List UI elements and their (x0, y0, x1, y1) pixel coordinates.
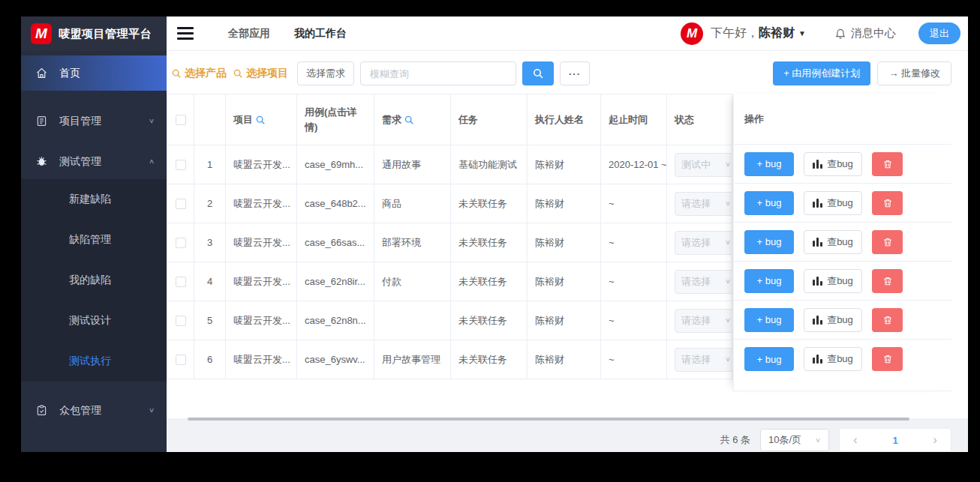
delete-button[interactable] (872, 230, 903, 254)
search-icon[interactable] (255, 115, 266, 125)
message-center-link[interactable]: 消息中心 (834, 26, 896, 40)
view-bug-button[interactable]: 查bug (804, 269, 862, 293)
sidebar-item-home[interactable]: 首页 (21, 55, 167, 91)
view-bug-button[interactable]: 查bug (804, 347, 862, 371)
username[interactable]: 陈裕财 (759, 26, 795, 39)
sidebar-item-project-mgmt[interactable]: 项目管理 ∨ (21, 103, 167, 139)
select-all-checkbox[interactable] (176, 115, 186, 125)
row-checkbox[interactable] (176, 355, 186, 365)
view-bug-button[interactable]: 查bug (804, 191, 862, 215)
search-button[interactable] (522, 61, 554, 85)
select-product-link[interactable]: 选择产品 (171, 67, 227, 80)
bar-chart-icon (813, 355, 822, 364)
status-select[interactable]: 请选择 ∨ (675, 192, 732, 216)
row-index: 5 (194, 301, 226, 340)
operations-row: + bug 查bug (734, 301, 951, 340)
cell-project[interactable]: 唛盟云开发... (226, 184, 297, 223)
submenu-item-defect-mgmt[interactable]: 缺陷管理 (21, 220, 167, 260)
cell-usecase[interactable]: case_66sas... (297, 223, 374, 262)
status-select[interactable]: 请选择 ∨ (675, 231, 732, 255)
chevron-down-icon: ∨ (725, 199, 731, 207)
cell-usecase[interactable]: case_648b2... (297, 184, 374, 223)
fuzzy-search-input[interactable] (360, 61, 516, 85)
delete-button[interactable] (872, 269, 903, 293)
avatar[interactable]: M (681, 22, 703, 45)
cell-project[interactable]: 唛盟云开发... (226, 340, 297, 379)
tab-my-workbench[interactable]: 我的工作台 (294, 27, 347, 40)
tab-all-apps[interactable]: 全部应用 (228, 27, 270, 40)
cell-task: 未关联任务 (451, 184, 528, 223)
add-bug-button[interactable]: + bug (744, 308, 794, 332)
next-page-button[interactable]: › (933, 433, 937, 448)
cell-task: 未关联任务 (451, 301, 528, 340)
row-checkbox[interactable] (176, 199, 186, 209)
submenu-item-test-execution[interactable]: 测试执行 (21, 341, 167, 382)
row-checkbox[interactable] (176, 238, 186, 248)
view-bug-button[interactable]: 查bug (804, 230, 862, 254)
row-checkbox[interactable] (176, 160, 186, 170)
bar-chart-icon (813, 277, 822, 286)
view-bug-button[interactable]: 查bug (804, 152, 862, 176)
cell-usecase[interactable]: case_69mh... (297, 145, 374, 184)
cell-project[interactable]: 唛盟云开发... (226, 223, 297, 262)
cell-time: ~ (601, 340, 667, 379)
cell-usecase[interactable]: case_62n8ir... (297, 262, 374, 301)
cell-project[interactable]: 唛盟云开发... (226, 145, 297, 184)
page-size-select[interactable]: 10条/页 ∨ (760, 429, 829, 451)
logout-button[interactable]: 退出 (918, 22, 960, 44)
status-select[interactable]: 测试中 ∨ (675, 153, 732, 177)
operations-row: + bug 查bug (734, 262, 951, 301)
pagination-bar: 共 6 条 10条/页 ∨ ‹ 1 › (720, 428, 951, 452)
cell-project[interactable]: 唛盟云开发... (226, 301, 297, 340)
select-demand-button[interactable]: 选择需求 (297, 61, 354, 85)
bar-chart-icon (813, 238, 822, 247)
content-panel: 选择产品 选择项目 选择需求 ··· + 由用例创建计划 → 批量修改 (167, 51, 968, 418)
add-bug-button[interactable]: + bug (744, 230, 794, 254)
cell-status: 测试中 ∨ (667, 145, 732, 184)
bar-chart-icon (813, 160, 822, 169)
sidebar-item-test-mgmt[interactable]: 测试管理 ∧ (21, 144, 167, 179)
submenu-item-test-design[interactable]: 测试设计 (21, 301, 167, 341)
cell-demand: 通用故事 (374, 145, 451, 184)
table-row: 6 唛盟云开发... case_6yswv... 用户故事管理 未关联任务 陈裕… (167, 340, 732, 379)
status-select[interactable]: 请选择 ∨ (675, 309, 732, 333)
search-icon[interactable] (404, 115, 414, 125)
submenu-item-my-defects[interactable]: 我的缺陷 (21, 260, 167, 301)
clipboard-icon (35, 404, 48, 417)
batch-edit-button[interactable]: → 批量修改 (877, 61, 951, 85)
row-checkbox[interactable] (176, 316, 186, 326)
cell-usecase[interactable]: case_6yswv... (297, 340, 374, 379)
sidebar-item-crowdsourcing[interactable]: 众包管理 ∨ (21, 393, 167, 428)
add-bug-button[interactable]: + bug (744, 152, 794, 176)
cell-project[interactable]: 唛盟云开发... (226, 262, 297, 301)
hamburger-menu-icon[interactable] (177, 27, 194, 40)
submenu-item-new-defect[interactable]: 新建缺陷 (21, 179, 167, 220)
cell-status: 请选择 ∨ (667, 301, 732, 340)
prev-page-button[interactable]: ‹ (853, 433, 858, 448)
add-bug-button[interactable]: + bug (744, 269, 794, 293)
sidebar-item-clipped[interactable]: 统计分析 (21, 445, 167, 452)
status-select[interactable]: 请选择 ∨ (675, 270, 732, 294)
more-filters-button[interactable]: ··· (560, 61, 590, 85)
delete-button[interactable] (872, 347, 903, 371)
horizontal-scrollbar[interactable] (188, 418, 909, 421)
search-icon (532, 67, 544, 79)
view-bug-button[interactable]: 查bug (804, 308, 862, 332)
delete-button[interactable] (872, 191, 903, 215)
col-time: 起止时间 (601, 94, 667, 145)
cell-usecase[interactable]: case_62n8n... (297, 301, 374, 340)
delete-button[interactable] (872, 308, 903, 332)
cell-status: 请选择 ∨ (667, 184, 732, 223)
row-checkbox[interactable] (176, 277, 186, 287)
bar-chart-icon (813, 199, 822, 208)
delete-button[interactable] (872, 152, 903, 176)
status-select[interactable]: 请选择 ∨ (675, 348, 732, 372)
add-bug-button[interactable]: + bug (744, 347, 794, 371)
create-plan-from-case-button[interactable]: + 由用例创建计划 (773, 61, 870, 85)
col-usecase: 用例(点击详情) (297, 94, 374, 145)
add-bug-button[interactable]: + bug (744, 191, 794, 215)
top-header: 全部应用 我的工作台 M 下午好，陈裕财 ▼ 消息中心 退出 (167, 16, 968, 51)
select-project-link[interactable]: 选择项目 (233, 67, 288, 80)
current-page[interactable]: 1 (892, 435, 897, 446)
user-dropdown-caret-icon[interactable]: ▼ (798, 29, 806, 37)
